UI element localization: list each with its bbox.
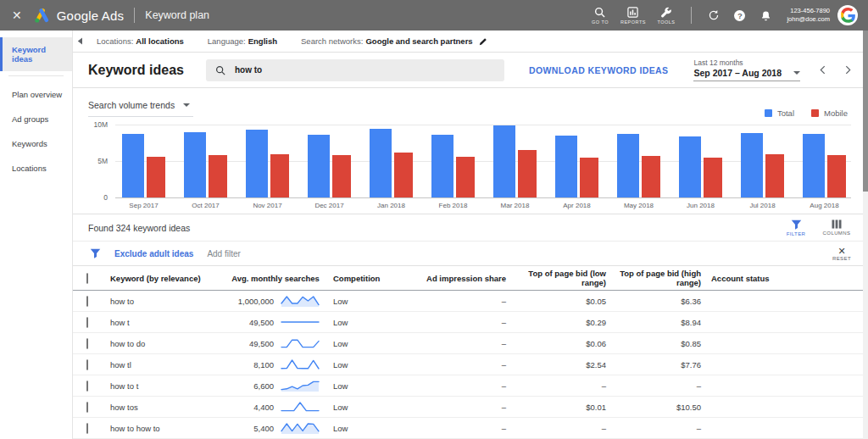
- chart-category-label: Apr 2018: [563, 202, 590, 209]
- bar-total[interactable]: [493, 125, 515, 197]
- search-input[interactable]: [233, 64, 495, 75]
- row-checkbox[interactable]: [86, 402, 88, 413]
- bar-mobile[interactable]: [394, 153, 413, 197]
- chart-category-label: Dec 2017: [314, 202, 343, 209]
- date-range-picker[interactable]: Last 12 months Sep 2017 – Aug 2018: [693, 58, 800, 81]
- bar-total[interactable]: [184, 132, 206, 197]
- networks-label: Search networks:: [301, 36, 363, 46]
- table-row-how-t[interactable]: how t49,500Low–$0.29$8.94: [73, 312, 868, 333]
- trends-dropdown[interactable]: Search volume trends: [88, 100, 193, 117]
- bar-total[interactable]: [803, 134, 825, 197]
- cell-keyword: how to: [110, 297, 225, 306]
- bar-mobile[interactable]: [147, 157, 165, 197]
- cell-competition: Low: [326, 339, 426, 348]
- collapse-sidebar-button[interactable]: [77, 37, 83, 45]
- cell-ad-impression-share: –: [426, 360, 506, 370]
- bar-mobile[interactable]: [518, 150, 537, 197]
- bar-mobile[interactable]: [704, 158, 722, 197]
- filter-button[interactable]: FILTER: [776, 220, 815, 236]
- reset-button[interactable]: ✕ RESET: [832, 247, 851, 261]
- sidebar-item-keyword-ideas[interactable]: Keyword ideas: [0, 37, 72, 71]
- language-label: Language:: [208, 36, 246, 46]
- setting-language[interactable]: Language: English: [208, 36, 277, 46]
- bar-total[interactable]: [555, 136, 577, 197]
- bar-mobile[interactable]: [209, 155, 227, 197]
- legend-item-total: Total: [765, 108, 794, 118]
- scrollbar-thumb[interactable]: [863, 31, 868, 192]
- bar-mobile[interactable]: [765, 154, 784, 197]
- cell-top-of-page-bid-low: $0.29: [506, 318, 606, 327]
- cell-keyword: how to how to: [110, 424, 225, 433]
- chart-group-apr-2018: Apr 2018: [555, 125, 598, 209]
- bar-total[interactable]: [370, 129, 392, 197]
- column-header-keyword[interactable]: Keyword (by relevance): [110, 274, 225, 283]
- table-row-how-to-t[interactable]: how to t6,600Low–––: [73, 375, 868, 397]
- sidebar-item-label: Locations: [12, 164, 47, 173]
- vertical-scrollbar[interactable]: [863, 31, 868, 439]
- sidebar-divider: [8, 75, 64, 76]
- setting-search-networks[interactable]: Search networks: Google and search partn…: [301, 36, 487, 46]
- row-checkbox[interactable]: [86, 381, 88, 392]
- sidebar-item-plan-overview[interactable]: Plan overview: [0, 82, 72, 107]
- section-title: Keyword ideas: [88, 63, 184, 78]
- bar-total[interactable]: [679, 136, 701, 197]
- chart-groups: Sep 2017Oct 2017Nov 2017Dec 2017Jan 2018…: [115, 125, 851, 209]
- sidebar-item-locations[interactable]: Locations: [0, 156, 72, 181]
- filter-chip-exclude-adult-ideas[interactable]: Exclude adult ideas: [114, 249, 193, 258]
- column-header-avg-monthly-searches[interactable]: Avg. monthly searches: [225, 274, 326, 283]
- next-period-button[interactable]: [845, 65, 851, 75]
- bar-mobile[interactable]: [456, 157, 475, 197]
- bar-total[interactable]: [308, 135, 330, 197]
- bar-mobile[interactable]: [580, 158, 598, 197]
- trend-sparkline: [274, 400, 326, 414]
- add-filter-button[interactable]: Add filter: [207, 249, 240, 258]
- row-checkbox[interactable]: [86, 317, 88, 328]
- setting-locations[interactable]: Locations: All locations: [97, 36, 184, 46]
- close-icon[interactable]: ✕: [12, 9, 22, 21]
- cell-top-of-page-bid-high: $8.94: [606, 318, 701, 327]
- bar-total[interactable]: [246, 130, 268, 197]
- bar-mobile[interactable]: [827, 155, 846, 197]
- bar-mobile[interactable]: [642, 156, 660, 197]
- table-row-how-tl[interactable]: how tl8,100Low–$2.54$7.76: [73, 354, 868, 375]
- row-checkbox[interactable]: [86, 423, 88, 434]
- avatar[interactable]: [837, 5, 858, 25]
- row-checkbox[interactable]: [86, 338, 88, 349]
- table-row-how-to[interactable]: how to1,000,000Low–$0.05$6.36: [73, 291, 868, 312]
- sidebar-item-ad-groups[interactable]: Ad groups: [0, 107, 72, 131]
- reset-button-label: RESET: [832, 256, 851, 261]
- bar-total[interactable]: [122, 134, 144, 197]
- help-button[interactable]: ?: [726, 10, 753, 21]
- column-header-account-status[interactable]: Account status: [701, 274, 851, 283]
- table-row-how-to-how-to[interactable]: how to how to5,400Low–––: [73, 418, 868, 439]
- column-header-ad-impression-share[interactable]: Ad impression share: [426, 274, 506, 283]
- cell-top-of-page-bid-low: $0.05: [506, 297, 606, 306]
- chart-group-oct-2017: Oct 2017: [184, 125, 227, 209]
- column-header-top-of-page-bid-low[interactable]: Top of page bid (low range): [506, 269, 606, 287]
- previous-period-button[interactable]: [820, 65, 826, 75]
- table-row-how-tos[interactable]: how tos4,400Low–$0.01$10.50: [73, 397, 868, 418]
- trend-sparkline: [274, 336, 326, 350]
- reports-button[interactable]: REPORTS: [616, 6, 649, 25]
- bar-total[interactable]: [617, 134, 639, 197]
- select-all-checkbox[interactable]: [86, 273, 88, 284]
- download-keyword-ideas-button[interactable]: DOWNLOAD KEYWORD IDEAS: [529, 65, 669, 75]
- sidebar-item-keywords[interactable]: Keywords: [0, 131, 72, 156]
- bar-mobile[interactable]: [270, 154, 289, 197]
- funnel-icon: [791, 220, 802, 230]
- cell-top-of-page-bid-high: $10.50: [606, 403, 701, 412]
- cell-ad-impression-share: –: [426, 339, 506, 348]
- row-checkbox[interactable]: [86, 359, 88, 370]
- row-checkbox[interactable]: [86, 296, 88, 307]
- table-row-how-to-do[interactable]: how to do49,500Low–$0.06$0.85: [73, 333, 868, 354]
- bar-mobile[interactable]: [332, 155, 351, 197]
- tools-button[interactable]: TOOLS: [649, 6, 682, 25]
- column-header-top-of-page-bid-high[interactable]: Top of page bid (high range): [606, 269, 701, 287]
- columns-button[interactable]: COLUMNS: [817, 220, 856, 236]
- bar-total[interactable]: [741, 133, 763, 197]
- go-to-button[interactable]: GO TO: [583, 6, 616, 25]
- bar-total[interactable]: [431, 135, 453, 197]
- notifications-button[interactable]: [753, 10, 779, 21]
- refresh-button[interactable]: [700, 9, 726, 21]
- column-header-competition[interactable]: Competition: [326, 274, 426, 283]
